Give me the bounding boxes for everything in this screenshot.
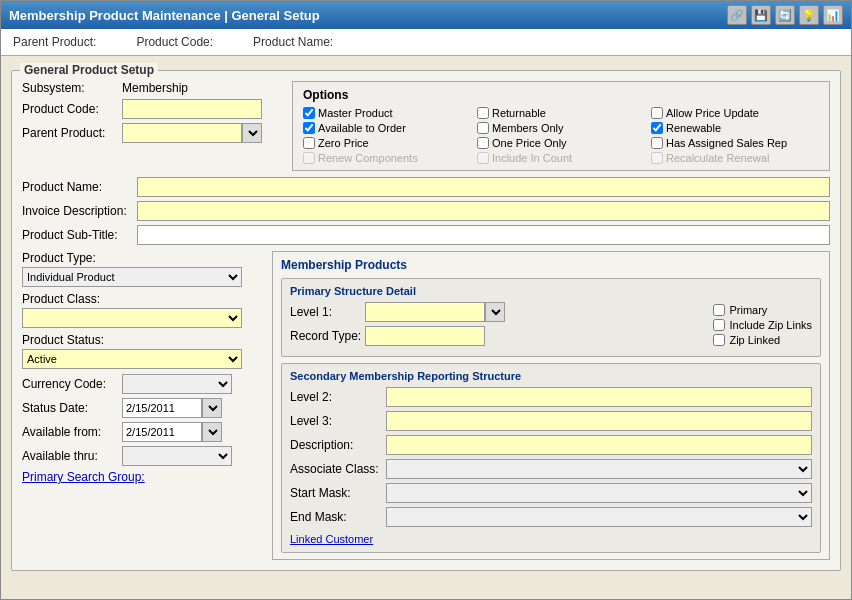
status-date-input[interactable] xyxy=(122,398,202,418)
include-zip-links-label: Include Zip Links xyxy=(729,319,812,331)
option-checkbox-8[interactable] xyxy=(651,137,663,149)
link-icon[interactable]: 🔗 xyxy=(727,5,747,25)
options-checkbox-item: Returnable xyxy=(477,107,645,119)
header-product-name-label: Product Name: xyxy=(253,35,333,49)
record-type-input[interactable] xyxy=(365,326,485,346)
product-name-label: Product Name: xyxy=(22,180,137,194)
invoice-desc-input[interactable] xyxy=(137,201,830,221)
parent-product-input[interactable] xyxy=(122,123,242,143)
option-checkbox-3[interactable] xyxy=(303,122,315,134)
option-checkbox-0[interactable] xyxy=(303,107,315,119)
option-checkbox-4[interactable] xyxy=(477,122,489,134)
secondary-structure-title: Secondary Membership Reporting Structure xyxy=(290,370,812,382)
option-checkbox-11 xyxy=(651,152,663,164)
primary-checkbox[interactable] xyxy=(713,304,725,316)
level3-input[interactable] xyxy=(386,411,812,431)
product-status-select[interactable]: Active xyxy=(22,349,242,369)
associate-class-select[interactable] xyxy=(386,459,812,479)
linked-customer-link[interactable]: Linked Customer xyxy=(290,533,373,545)
option-label-1: Returnable xyxy=(492,107,546,119)
option-checkbox-5[interactable] xyxy=(651,122,663,134)
product-type-select[interactable]: Individual Product xyxy=(22,267,242,287)
available-from-input[interactable] xyxy=(122,422,202,442)
level3-label: Level 3: xyxy=(290,414,380,428)
header-bar: Parent Product: Product Code: Product Na… xyxy=(1,29,851,56)
options-checkbox-item: Master Product xyxy=(303,107,471,119)
level1-input[interactable] xyxy=(365,302,485,322)
product-class-label-row: Product Class: xyxy=(22,292,262,306)
available-from-picker[interactable]: ▼ xyxy=(202,422,222,442)
chart-icon[interactable]: 📊 xyxy=(823,5,843,25)
bottom-left: Product Type: Individual Product Product… xyxy=(22,251,262,560)
primary-structure-box: Primary Structure Detail Level 1: ▼ Reco… xyxy=(281,278,821,357)
option-checkbox-2[interactable] xyxy=(651,107,663,119)
subsystem-label: Subsystem: xyxy=(22,81,122,95)
product-code-input[interactable] xyxy=(122,99,262,119)
primary-search-group-row: Primary Search Group: xyxy=(22,470,262,484)
options-checkbox-item: Has Assigned Sales Rep xyxy=(651,137,819,149)
options-checkbox-item: Allow Price Update xyxy=(651,107,819,119)
include-zip-links-checkbox[interactable] xyxy=(713,319,725,331)
associate-class-label: Associate Class: xyxy=(290,462,380,476)
zip-linked-label: Zip Linked xyxy=(729,334,780,346)
primary-checkbox-item: Primary xyxy=(713,304,812,316)
available-thru-select[interactable] xyxy=(122,446,232,466)
available-thru-row: Available thru: xyxy=(22,446,262,466)
currency-code-row: Currency Code: xyxy=(22,374,262,394)
product-subtitle-input[interactable] xyxy=(137,225,830,245)
parent-product-label: Parent Product: xyxy=(22,126,122,140)
option-label-4: Members Only xyxy=(492,122,564,134)
option-label-11: Recalculate Renewal xyxy=(666,152,769,164)
product-class-select[interactable] xyxy=(22,308,242,328)
description-input[interactable] xyxy=(386,435,812,455)
header-product-code-label: Product Code: xyxy=(136,35,213,49)
end-mask-select[interactable] xyxy=(386,507,812,527)
option-checkbox-6[interactable] xyxy=(303,137,315,149)
product-status-label: Product Status: xyxy=(22,333,104,347)
level1-row: Level 1: ▼ xyxy=(290,302,705,322)
product-name-input[interactable] xyxy=(137,177,830,197)
status-date-row: Status Date: ▼ xyxy=(22,398,262,418)
start-mask-label: Start Mask: xyxy=(290,486,380,500)
membership-products-title: Membership Products xyxy=(281,258,821,272)
status-date-picker[interactable]: ▼ xyxy=(202,398,222,418)
available-from-label: Available from: xyxy=(22,425,122,439)
bottom-row: Product Type: Individual Product Product… xyxy=(22,251,830,560)
product-type-select-row: Individual Product xyxy=(22,267,262,287)
option-label-7: One Price Only xyxy=(492,137,567,149)
record-type-row: Record Type: xyxy=(290,326,705,346)
end-mask-label: End Mask: xyxy=(290,510,380,524)
option-label-8: Has Assigned Sales Rep xyxy=(666,137,787,149)
currency-code-select[interactable] xyxy=(122,374,232,394)
option-label-9: Renew Components xyxy=(318,152,418,164)
main-window: Membership Product Maintenance | General… xyxy=(0,0,852,600)
currency-code-label: Currency Code: xyxy=(22,377,122,391)
options-checkbox-item: Available to Order xyxy=(303,122,471,134)
refresh-icon[interactable]: 🔄 xyxy=(775,5,795,25)
option-checkbox-1[interactable] xyxy=(477,107,489,119)
group-title: General Product Setup xyxy=(20,63,158,77)
options-checkbox-item: Renew Components xyxy=(303,152,471,164)
option-label-2: Allow Price Update xyxy=(666,107,759,119)
save-icon[interactable]: 💾 xyxy=(751,5,771,25)
product-status-select-row: Active xyxy=(22,349,262,369)
option-checkbox-9 xyxy=(303,152,315,164)
membership-products-box: Membership Products Primary Structure De… xyxy=(272,251,830,560)
main-content: General Product Setup Subsystem: Members… xyxy=(1,56,851,599)
primary-search-group-link[interactable]: Primary Search Group: xyxy=(22,470,145,484)
header-parent-product: Parent Product: xyxy=(13,35,96,49)
product-name-row: Product Name: xyxy=(22,177,830,197)
options-checkbox-item: Include In Count xyxy=(477,152,645,164)
primary-structure-layout: Level 1: ▼ Record Type: Primary xyxy=(290,302,812,350)
start-mask-select[interactable] xyxy=(386,483,812,503)
options-checkbox-item: Members Only xyxy=(477,122,645,134)
linked-customer-row: Linked Customer xyxy=(290,532,812,546)
level2-input[interactable] xyxy=(386,387,812,407)
level1-picker[interactable]: ▼ xyxy=(485,302,505,322)
parent-product-dropdown[interactable]: ▼ xyxy=(242,123,262,143)
option-label-0: Master Product xyxy=(318,107,393,119)
option-checkbox-7[interactable] xyxy=(477,137,489,149)
bulb-icon[interactable]: 💡 xyxy=(799,5,819,25)
header-parent-product-label: Parent Product: xyxy=(13,35,96,49)
zip-linked-checkbox[interactable] xyxy=(713,334,725,346)
